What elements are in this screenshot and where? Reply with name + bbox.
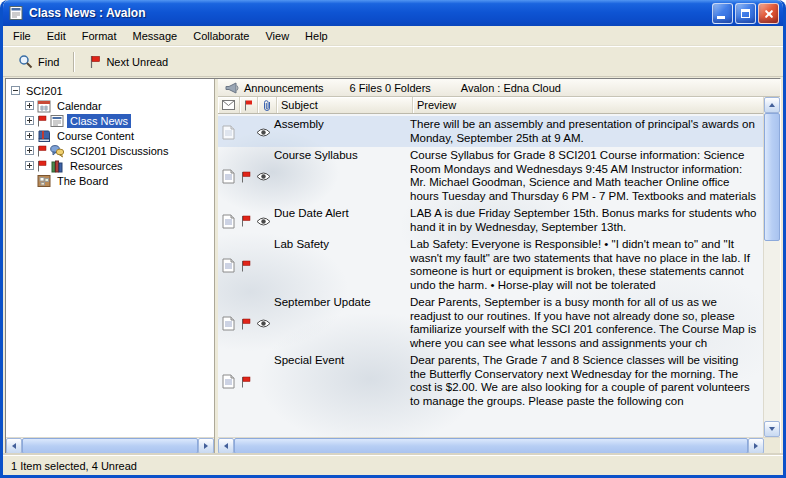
- collapse-toggle[interactable]: [11, 86, 20, 95]
- tree-item-label: Class News: [67, 114, 131, 128]
- expand-toggle[interactable]: [25, 161, 34, 170]
- scroll-right-button[interactable]: [198, 438, 214, 454]
- unread-flag-icon: [241, 318, 251, 330]
- panel-title: Announcements: [244, 82, 324, 94]
- message-row-lab-safety[interactable]: Lab Safety Lab Safety: Everyone is Respo…: [218, 236, 763, 294]
- board-icon: [37, 174, 51, 188]
- message-subject: Due Date Alert: [272, 207, 408, 235]
- menu-file[interactable]: File: [5, 26, 39, 45]
- column-header-flag[interactable]: [240, 97, 258, 113]
- unread-flag-icon: [37, 145, 47, 157]
- menu-edit[interactable]: Edit: [39, 26, 74, 45]
- message-row-course-syllabus[interactable]: Course Syllabus Course Syllabus for Grad…: [218, 147, 763, 205]
- megaphone-icon: [225, 82, 239, 94]
- scrollbar-thumb[interactable]: [234, 438, 748, 454]
- message-subject: Course Syllabus: [272, 149, 408, 204]
- expand-toggle[interactable]: [25, 101, 34, 110]
- column-headers: Subject Preview: [218, 97, 763, 114]
- paperclip-icon: [262, 99, 272, 112]
- vertical-scrollbar[interactable]: [763, 97, 780, 437]
- tree-item-label: The Board: [54, 174, 111, 188]
- viewed-eye-icon: [256, 217, 271, 226]
- main-area: SCI201 Calendar: [5, 78, 781, 455]
- message-preview: There will be an assembly and presentati…: [408, 118, 763, 146]
- next-unread-button[interactable]: Next Unread: [82, 50, 175, 74]
- unread-flag-icon: [37, 160, 47, 172]
- sidebar-item-class-news[interactable]: Class News: [8, 113, 212, 128]
- sidebar-item-calendar[interactable]: Calendar: [8, 98, 212, 113]
- discussions-icon: [50, 144, 64, 158]
- menu-help[interactable]: Help: [297, 26, 336, 45]
- sidebar-item-the-board[interactable]: The Board: [8, 173, 212, 188]
- file-folder-counts: 6 Files 0 Folders: [350, 82, 431, 94]
- message-subject: September Update: [272, 296, 408, 351]
- status-bar: 1 Item selected, 4 Unread: [3, 455, 783, 475]
- horizontal-scrollbar[interactable]: [218, 437, 764, 454]
- tree-item-label: Calendar: [54, 99, 105, 113]
- unread-flag-icon: [89, 55, 101, 69]
- scroll-left-button[interactable]: [218, 438, 234, 454]
- message-row-due-date-alert[interactable]: Due Date Alert LAB A is due Friday Septe…: [218, 205, 763, 236]
- sidebar-item-resources[interactable]: Resources: [8, 158, 212, 173]
- window-icon: [8, 5, 24, 21]
- column-header-attachment[interactable]: [258, 97, 277, 113]
- expand-toggle[interactable]: [25, 116, 34, 125]
- close-button[interactable]: [758, 3, 779, 24]
- scrollbar-thumb[interactable]: [764, 113, 780, 241]
- resources-icon: [50, 159, 64, 173]
- tree-horizontal-scrollbar[interactable]: [6, 437, 214, 454]
- document-icon: [222, 258, 235, 273]
- scroll-left-button[interactable]: [6, 438, 22, 454]
- message-list-panel: Announcements 6 Files 0 Folders Avalon :…: [218, 79, 780, 454]
- next-unread-label: Next Unread: [106, 56, 168, 68]
- menu-view[interactable]: View: [257, 26, 297, 45]
- scroll-up-button[interactable]: [764, 97, 780, 113]
- scrollbar-thumb[interactable]: [22, 438, 198, 454]
- menu-message[interactable]: Message: [125, 26, 186, 45]
- tree-root-label: SCI201: [23, 84, 66, 98]
- menu-format[interactable]: Format: [74, 26, 125, 45]
- document-icon: [222, 169, 235, 184]
- status-text: 1 Item selected, 4 Unread: [11, 460, 137, 472]
- sidebar-item-sci201-discussions[interactable]: SCI201 Discussions: [8, 143, 212, 158]
- unread-flag-icon: [241, 376, 251, 388]
- app-window: Class News : Avalon File Edit Format Mes…: [0, 0, 786, 478]
- message-preview: Lab Safety: Everyone is Responsible! • "…: [408, 238, 763, 293]
- expand-toggle[interactable]: [25, 146, 34, 155]
- document-icon: [222, 316, 235, 331]
- tree-item-label: Resources: [67, 159, 126, 173]
- tree-root-sci201[interactable]: SCI201: [8, 83, 212, 98]
- news-icon: [50, 114, 64, 128]
- message-row-special-event[interactable]: Special Event Dear parents, The Grade 7 …: [218, 352, 763, 410]
- window-title: Class News : Avalon: [29, 6, 710, 20]
- sidebar-item-course-content[interactable]: Course Content: [8, 128, 212, 143]
- expand-toggle[interactable]: [25, 131, 34, 140]
- menu-collaborate[interactable]: Collaborate: [185, 26, 257, 45]
- title-bar[interactable]: Class News : Avalon: [3, 0, 783, 26]
- flag-icon: [244, 100, 253, 111]
- message-preview: Dear Parents, September is a busy month …: [408, 296, 763, 351]
- tree-leaf-spacer: [25, 176, 34, 185]
- unread-flag-icon: [241, 215, 251, 227]
- scrollbar-corner: [764, 437, 780, 454]
- column-header-item-icon[interactable]: [218, 97, 240, 113]
- find-button[interactable]: Find: [11, 49, 66, 74]
- search-icon: [18, 54, 33, 69]
- column-header-preview[interactable]: Preview: [413, 97, 763, 113]
- scrollbar-track[interactable]: [764, 241, 780, 421]
- minimize-button[interactable]: [712, 3, 733, 24]
- message-row-assembly[interactable]: Assembly There will be an assembly and p…: [218, 116, 763, 147]
- conference-info-bar: Announcements 6 Files 0 Folders Avalon :…: [218, 79, 780, 97]
- conference-tree: SCI201 Calendar: [6, 79, 214, 437]
- maximize-button[interactable]: [735, 3, 756, 24]
- message-row-september-update[interactable]: September Update Dear Parents, September…: [218, 294, 763, 352]
- column-header-subject[interactable]: Subject: [277, 97, 413, 113]
- toolbar: Find Next Unread: [3, 46, 783, 77]
- viewed-eye-icon: [256, 128, 271, 137]
- toolbar-separator: [73, 52, 75, 72]
- viewed-eye-icon: [256, 172, 271, 181]
- scroll-right-button[interactable]: [748, 438, 764, 454]
- scroll-down-button[interactable]: [764, 421, 780, 437]
- unread-flag-icon: [241, 171, 251, 183]
- calendar-icon: [37, 99, 51, 113]
